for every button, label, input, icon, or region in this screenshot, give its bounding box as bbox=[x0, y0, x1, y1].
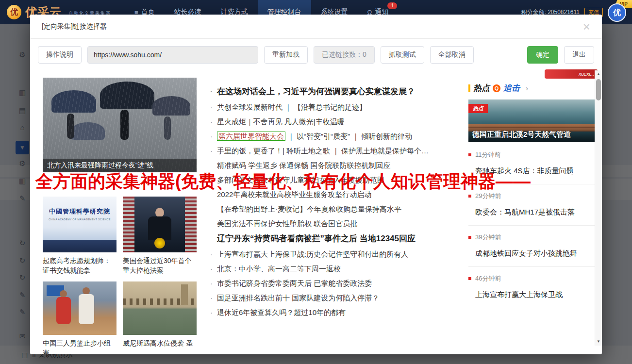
person-shape bbox=[67, 114, 74, 139]
news-link[interactable]: 在这场对话会上，习近平为何强调要真心实意谋发展？ bbox=[209, 87, 465, 97]
cancel-all-button[interactable]: 全部取消 bbox=[430, 46, 474, 64]
user-avatar[interactable]: 优 bbox=[608, 3, 626, 22]
photo-caption[interactable]: 中国三人男篮止步小组赛 bbox=[43, 338, 116, 354]
accent-bar bbox=[468, 84, 470, 92]
hot-item-title[interactable]: 上海宣布打赢大上海保卫战 bbox=[468, 290, 596, 299]
news-link[interactable]: 精准赋码 学生返乡 保通保畅 国务院联防联控机制回应 bbox=[209, 161, 465, 169]
news-link[interactable]: 星火成炬｜不舍再见 凡人微光|丰收温暖 bbox=[209, 117, 465, 126]
square-bullet-icon bbox=[468, 277, 471, 280]
square-bullet-icon bbox=[468, 195, 471, 198]
photo-academy[interactable]: 中國管理科學研究院 CHINA ACADEMY OF MANAGEMENT SC… bbox=[43, 197, 116, 252]
news-link[interactable]: 【在希望的田野上·麦收记】今年夏粮收购总量保持高水平 bbox=[209, 205, 465, 213]
scroll-up-icon[interactable]: ▲ bbox=[595, 70, 602, 78]
news-link[interactable]: 第六届世界智能大会 ｜ 以“智变”引“质变” ｜ 倾听创新的律动 bbox=[209, 132, 465, 140]
hot-feature-caption[interactable]: 德国正重启北溪2号天然气管道 bbox=[472, 130, 571, 139]
hot-item[interactable]: 46分钟前 上海宣布打赢大上海保卫战 bbox=[468, 267, 596, 308]
url-input[interactable] bbox=[87, 46, 258, 64]
close-icon[interactable]: × bbox=[583, 20, 590, 33]
academy-subtitle: CHINA ACADEMY OF MANAGEMENT SCIENCE bbox=[43, 218, 116, 221]
hot-item-title[interactable]: 成都地铁回应女子对小孩跳艳舞 bbox=[468, 249, 596, 258]
hero-image[interactable]: 北方入汛来最强降雨过程今夜“进”线 bbox=[43, 78, 197, 172]
hot-item-time: 11分钟前 bbox=[468, 150, 596, 159]
figure-shape bbox=[148, 216, 171, 240]
news-link[interactable]: 国足亚洲排名跌出前十 国家队建设为何陷入停滞？ bbox=[209, 294, 465, 302]
hot-badge: 热点 bbox=[468, 104, 488, 113]
left-photo-column: 北方入汛来最强降雨过程今夜“进”线 中國管理科學研究院 CHINA ACADEM… bbox=[43, 78, 197, 172]
modal-header: [定向采集]链接选择器 × bbox=[30, 15, 602, 39]
news-link[interactable]: 共创全球发展新时代 ｜ 【沿着总书记的足迹】 bbox=[209, 103, 465, 111]
person-shape bbox=[164, 116, 171, 140]
news-link[interactable]: 美国宪法不再保护女性堕胎权 联合国官员批 bbox=[209, 219, 465, 228]
hot-logo-icon: Q bbox=[493, 84, 500, 92]
umbrella-shape bbox=[71, 122, 105, 140]
exit-button[interactable]: 退出 bbox=[564, 46, 594, 64]
hot-item-title[interactable]: 奔驰车起火 4S店：非质量问题 bbox=[468, 166, 596, 176]
news-link[interactable]: 北京：中小学、高一高二等下周一返校 bbox=[209, 265, 465, 273]
photo-caption[interactable]: 威尼斯遇高水位侵袭 圣 bbox=[123, 338, 197, 348]
embedded-webpage: xuexi... 北方入汛来最强降雨过程今夜“进”线 中國管理科學研究院 CHI… bbox=[41, 70, 596, 346]
news-link[interactable]: 辽宁丹东“持黄码者看病被拦”事件之后 当地12345回应 bbox=[209, 234, 465, 244]
hot-item[interactable]: 29分钟前 欧委会：马航MH17是被俄击落 bbox=[468, 184, 596, 226]
link-selector-modal: [定向采集]链接选择器 × 操作说明 重新加载 已选链接数：0 抓取测试 全部取… bbox=[30, 15, 602, 354]
umbrella-shape bbox=[51, 90, 96, 113]
seal-shape bbox=[154, 238, 165, 248]
player-shape bbox=[56, 297, 71, 324]
news-link[interactable]: 上海宣布打赢大上海保卫战:历史会记住坚守和付出的所有人 bbox=[209, 250, 465, 258]
umbrella-shape bbox=[152, 96, 190, 116]
news-link-rest: ｜ 以“智变”引“质变” ｜ 倾听创新的律动 bbox=[285, 132, 412, 140]
promo-banner[interactable]: xuexi... bbox=[545, 69, 598, 79]
hot-section-title[interactable]: 热点 Q 追击 › bbox=[468, 83, 596, 94]
chevron-right-icon[interactable]: › bbox=[526, 84, 528, 92]
hot-list: 11分钟前 奔驰车起火 4S店：非质量问题 29分钟前 欧委会：马航MH17是被… bbox=[468, 143, 596, 308]
news-link[interactable]: 多部门发文将农村留守儿童和妇女纳入年度援助范围 bbox=[209, 176, 465, 184]
photo-venice[interactable] bbox=[123, 281, 197, 335]
player-shape bbox=[83, 287, 90, 295]
modal-toolbar: 操作说明 重新加载 已选链接数：0 抓取测试 全部取消 确定 退出 bbox=[30, 39, 602, 71]
photo-caption[interactable]: 起底高考志愿规划师：证书交钱就能拿 bbox=[43, 256, 116, 276]
hot-item-time: 39分钟前 bbox=[468, 233, 596, 242]
player-shape bbox=[79, 294, 94, 324]
crawl-test-button[interactable]: 抓取测试 bbox=[381, 46, 424, 64]
reload-button[interactable]: 重新加载 bbox=[264, 46, 308, 64]
person-shape bbox=[120, 110, 129, 140]
news-link[interactable]: 手里的饭，更香了！| 聆听土地之歌 ｜ 保护黑土地就是保护每个… bbox=[209, 147, 465, 155]
figure-shape bbox=[155, 208, 164, 217]
selected-link-box[interactable]: 第六届世界智能大会 bbox=[217, 132, 285, 141]
news-list: 在这场对话会上，习近平为何强调要真心实意谋发展？ 共创全球发展新时代 ｜ 【沿着… bbox=[209, 87, 465, 323]
hot-item-time: 29分钟前 bbox=[468, 192, 596, 200]
hot-item-title[interactable]: 欧委会：马航MH17是被俄击落 bbox=[468, 208, 596, 217]
square-bullet-icon bbox=[468, 153, 471, 156]
photo-biden-speech[interactable] bbox=[123, 197, 197, 252]
umbrella-shape bbox=[100, 82, 154, 109]
hot-item-time: 46分钟前 bbox=[468, 274, 596, 283]
photo-basketball[interactable] bbox=[43, 281, 116, 335]
scroll-down-icon[interactable]: ▼ bbox=[595, 338, 602, 346]
hot-item[interactable]: 39分钟前 成都地铁回应女子对小孩跳艳舞 bbox=[468, 226, 596, 267]
tower-shape bbox=[181, 284, 188, 305]
hot-title-left: 热点 bbox=[473, 83, 490, 94]
hot-section: 热点 Q 追击 › 热点 德国正重启北溪2号天然气管道 11分钟前 奔驰车起火 … bbox=[468, 83, 596, 308]
hot-feature-image[interactable]: 热点 德国正重启北溪2号天然气管道 bbox=[468, 99, 596, 142]
news-link[interactable]: 市委书记跻身省委常委两天后 已掌舵省委政法委 bbox=[209, 279, 465, 287]
hot-item[interactable]: 11分钟前 奔驰车起火 4S店：非质量问题 bbox=[468, 143, 596, 184]
logo-icon: 优 bbox=[7, 5, 21, 19]
player-shape bbox=[60, 290, 67, 298]
notification-badge: 1 bbox=[387, 2, 397, 9]
news-link[interactable]: 2022年离校未就业高校毕业生服务攻坚行动启动 bbox=[209, 190, 465, 199]
modal-title: [定向采集]链接选择器 bbox=[42, 22, 107, 31]
scroll-thumb[interactable] bbox=[596, 79, 601, 100]
hot-title-right: 追击 bbox=[503, 83, 520, 94]
confirm-button[interactable]: 确定 bbox=[527, 46, 558, 64]
academy-title: 中國管理科學研究院 bbox=[43, 207, 116, 216]
scrollbar[interactable]: ▲ ▼ bbox=[595, 70, 602, 346]
square-bullet-icon bbox=[468, 236, 471, 239]
news-link[interactable]: 退休近6年被查算久吗？超过10年的都有 bbox=[209, 308, 465, 316]
hero-caption[interactable]: 北方入汛来最强降雨过程今夜“进”线 bbox=[43, 159, 197, 172]
photo-caption[interactable]: 美国会通过近30年首个重大控枪法案 bbox=[123, 256, 197, 276]
selected-count: 已选链接数：0 bbox=[314, 46, 375, 64]
help-button[interactable]: 操作说明 bbox=[38, 46, 82, 64]
